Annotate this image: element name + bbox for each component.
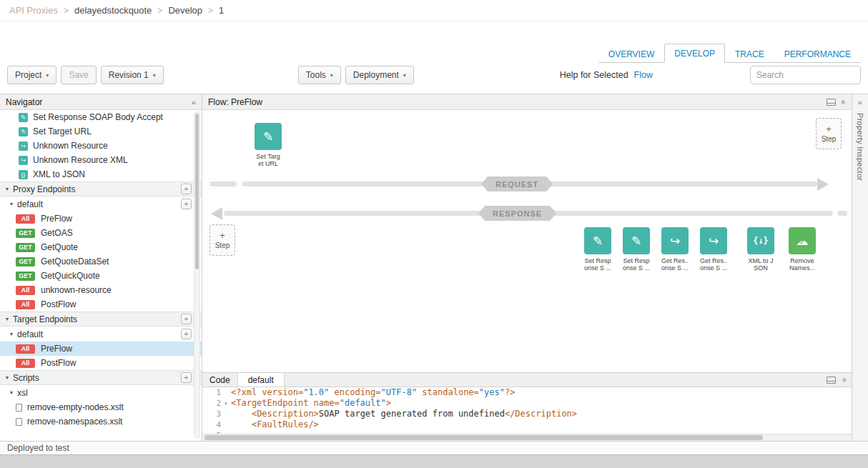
- chevron-down-icon: ▾: [10, 389, 13, 396]
- add-step-button-response[interactable]: + Step: [209, 224, 235, 256]
- scrollbar-thumb[interactable]: [204, 435, 763, 440]
- section-proxy-endpoints[interactable]: ▾ Proxy Endpoints +: [0, 181, 202, 196]
- code-line[interactable]: 2▾<TargetEndpoint name="default">: [202, 398, 852, 409]
- add-step-button-request[interactable]: + Step: [816, 118, 842, 149]
- breadcrumb-separator: >: [64, 6, 69, 16]
- verb-badge: All: [16, 344, 35, 354]
- code-lines: 1<?xml version="1.0" encoding="UTF-8" st…: [202, 387, 852, 441]
- tab-overview[interactable]: OVERVIEW: [598, 44, 664, 63]
- project-menu-button[interactable]: Project ▾: [7, 66, 56, 84]
- target-endpoint-default[interactable]: ▾ default +: [0, 327, 202, 342]
- nav-proxy-flow-getquotedataset[interactable]: GET GetQuoteDataSet: [0, 254, 202, 269]
- nav-item-label: Set Target URL: [33, 126, 92, 136]
- request-flow-line: [209, 181, 237, 186]
- step-label: Set Resp onse S ...: [616, 257, 657, 272]
- nav-proxy-flow-postflow[interactable]: All PostFlow: [0, 297, 202, 312]
- flow-name: GetOAS: [41, 228, 73, 238]
- nav-item-unknown-resource[interactable]: ↪ Unknown Resource: [0, 139, 202, 153]
- toolbar: Project ▾ Save Revision 1 ▾ Tools ▾ Depl…: [0, 64, 868, 86]
- nav-target-flow-preflow[interactable]: All PreFlow: [0, 342, 202, 356]
- code-panel-label: Code: [202, 373, 237, 387]
- add-script-button[interactable]: +: [181, 372, 192, 383]
- section-target-endpoints[interactable]: ▾ Target Endpoints +: [0, 312, 202, 327]
- script-arrow-icon: ↪: [700, 227, 727, 254]
- save-button[interactable]: Save: [61, 66, 96, 84]
- tab-trace[interactable]: TRACE: [725, 44, 774, 63]
- pencil-icon: ✎: [584, 227, 611, 254]
- code-line[interactable]: 4 <FaultRules/>: [202, 419, 852, 430]
- navigator-panel: Navigator « ✎ Set Response SOAP Body Acc…: [0, 94, 202, 441]
- deployment-menu-button[interactable]: Deployment ▾: [345, 66, 414, 84]
- breadcrumb-api-proxies[interactable]: API Proxies: [9, 5, 58, 16]
- split-panel-icon[interactable]: [827, 377, 836, 384]
- code-line[interactable]: 3 <Description>SOAP target generated fro…: [202, 409, 852, 419]
- breadcrumb-develop[interactable]: Develop: [168, 5, 202, 16]
- scrollbar-thumb[interactable]: [195, 114, 199, 269]
- flow-canvas: + Step ✎ Set Targ et URL REQUEST R: [202, 110, 852, 372]
- section-scripts[interactable]: ▾ Scripts +: [0, 370, 202, 385]
- flow-step-set-target-url[interactable]: ✎ Set Targ et URL: [255, 123, 282, 150]
- scripts-group-xsl[interactable]: ▾ xsl: [0, 385, 202, 400]
- revision-menu-button[interactable]: Revision 1 ▾: [101, 66, 164, 84]
- tab-develop[interactable]: DEVELOP: [664, 44, 725, 63]
- code-horizontal-scrollbar[interactable]: [202, 434, 852, 441]
- split-panel-icon[interactable]: [827, 99, 836, 106]
- collapse-panel-icon[interactable]: «: [839, 99, 848, 104]
- flow-name: GetQuote: [41, 242, 78, 252]
- nav-proxy-flow-unknown-resource[interactable]: All unknown-resource: [0, 283, 202, 297]
- cloud-check-icon: ☁ ✓: [789, 227, 816, 254]
- nav-item-set-target-url[interactable]: ✎ Set Target URL: [0, 124, 202, 139]
- nav-proxy-flow-getoas[interactable]: GET GetOAS: [0, 226, 202, 240]
- tab-performance[interactable]: PERFORMANCE: [774, 44, 861, 63]
- add-flow-button[interactable]: +: [181, 199, 192, 209]
- nav-proxy-flow-getquickquote[interactable]: GET GetQuickQuote: [0, 269, 202, 283]
- nav-item-xml-to-json[interactable]: {} XML to JSON: [0, 167, 202, 181]
- script-arrow-icon: ↪: [19, 141, 28, 151]
- nav-item-set-response-soap-body-accept[interactable]: ✎ Set Response SOAP Body Accept: [0, 110, 202, 124]
- help-flow-link[interactable]: Flow: [634, 70, 653, 80]
- code-tab-default[interactable]: default: [237, 373, 285, 387]
- flow-step-set-response-soap[interactable]: ✎ Set Resp onse S ...: [584, 227, 611, 254]
- flow-step-get-response-2[interactable]: ↪ Get Res.. onse S ...: [700, 227, 727, 254]
- flow-step-xml-to-json[interactable]: {↓} XML to J SON: [747, 227, 774, 254]
- nav-item-label: Unknown Resource XML: [33, 155, 128, 165]
- code-text: <Description>SOAP target generated from …: [231, 409, 577, 419]
- code-line[interactable]: 1<?xml version="1.0" encoding="UTF-8" st…: [202, 387, 852, 398]
- collapse-navigator-icon[interactable]: «: [192, 98, 196, 106]
- pencil-icon: ✎: [19, 113, 28, 122]
- request-band-label: REQUEST: [481, 176, 553, 191]
- nav-target-flow-postflow[interactable]: All PostFlow: [0, 356, 202, 370]
- breadcrumb-revision: 1: [219, 5, 224, 16]
- nav-script-remove-namespaces[interactable]: remove-namespaces.xslt: [0, 414, 202, 429]
- breadcrumb-proxy-name[interactable]: delayedstockquote: [74, 5, 152, 16]
- line-number: 4: [202, 419, 221, 430]
- flow-step-get-response[interactable]: ↪ Get Res.. onse S ...: [661, 227, 689, 254]
- nav-item-unknown-resource-xml[interactable]: ↪ Unknown Resource XML: [0, 153, 202, 167]
- endpoint-name: default: [17, 199, 43, 209]
- add-flow-button[interactable]: +: [181, 329, 192, 339]
- nav-proxy-flow-preflow[interactable]: All PreFlow: [0, 211, 202, 226]
- code-editor[interactable]: 1<?xml version="1.0" encoding="UTF-8" st…: [202, 387, 852, 441]
- verb-badge: GET: [16, 272, 35, 281]
- tools-menu-button[interactable]: Tools ▾: [298, 66, 341, 84]
- fold-toggle-icon: [221, 409, 231, 419]
- code-panel: Code default « 1<?xml version="1.0" enco…: [202, 372, 852, 441]
- nav-proxy-flow-getquote[interactable]: GET GetQuote: [0, 240, 202, 254]
- navigator-title: Navigator: [6, 97, 42, 107]
- flow-step-set-response-soap-2[interactable]: ✎ Set Resp onse S ...: [623, 227, 650, 254]
- expand-panel-icon[interactable]: «: [839, 377, 848, 382]
- add-proxy-endpoint-button[interactable]: +: [181, 184, 192, 194]
- expand-property-inspector-icon[interactable]: «: [858, 98, 862, 106]
- nav-script-remove-empty-nodes[interactable]: remove-empty-nodes.xslt: [0, 400, 202, 414]
- code-text: <TargetEndpoint name="default">: [231, 398, 391, 409]
- fold-toggle-icon[interactable]: ▾: [221, 398, 231, 409]
- flow-step-remove-namespaces[interactable]: ☁ ✓ Remove Names...: [789, 227, 816, 254]
- property-inspector-strip[interactable]: « Property Inspector: [852, 94, 868, 441]
- step-label: Set Targ et URL: [247, 153, 289, 167]
- add-target-endpoint-button[interactable]: +: [181, 314, 192, 324]
- proxy-endpoint-default[interactable]: ▾ default +: [0, 196, 202, 211]
- navigator-scrollbar[interactable]: [194, 111, 200, 438]
- file-name: remove-namespaces.xslt: [27, 417, 122, 427]
- nav-item-label: Set Response SOAP Body Accept: [33, 112, 163, 122]
- search-input[interactable]: [750, 66, 861, 84]
